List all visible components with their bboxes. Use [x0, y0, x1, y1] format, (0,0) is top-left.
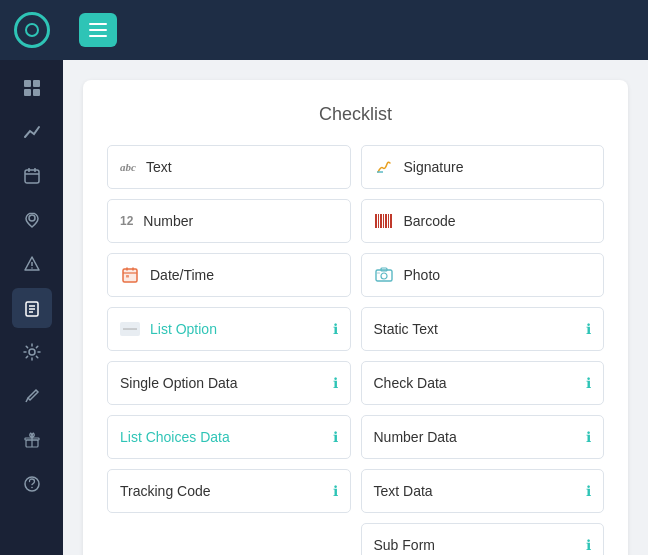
item-text-data-label: Text Data: [374, 483, 581, 499]
item-datetime-label: Date/Time: [150, 267, 338, 283]
item-list-option[interactable]: List Option ℹ: [107, 307, 351, 351]
logo-icon: [14, 12, 50, 48]
tracking-code-info-icon[interactable]: ℹ: [333, 483, 338, 499]
sidebar-item-gift[interactable]: [12, 420, 52, 460]
svg-rect-39: [377, 272, 380, 274]
checklist-card: Checklist abc Text Signature 12 Number: [83, 80, 628, 555]
svg-point-10: [31, 267, 33, 269]
svg-rect-0: [24, 80, 31, 87]
item-sub-form[interactable]: Sub Form ℹ: [361, 523, 605, 555]
sub-form-info-icon[interactable]: ℹ: [586, 537, 591, 553]
list-option-info-icon[interactable]: ℹ: [333, 321, 338, 337]
sidebar-item-calendar[interactable]: [12, 156, 52, 196]
item-barcode[interactable]: Barcode: [361, 199, 605, 243]
text-data-info-icon[interactable]: ℹ: [586, 483, 591, 499]
item-number-data[interactable]: Number Data ℹ: [361, 415, 605, 459]
svg-rect-2: [24, 89, 31, 96]
svg-point-15: [29, 349, 35, 355]
item-number-label: Number: [143, 213, 337, 229]
sidebar-logo: [0, 0, 63, 60]
photo-icon: [374, 265, 394, 285]
item-list-choices-data[interactable]: List Choices Data ℹ: [107, 415, 351, 459]
svg-point-21: [31, 487, 33, 489]
sidebar-item-alert[interactable]: [12, 244, 52, 284]
number-type-icon: 12: [120, 214, 133, 228]
card-title: Checklist: [107, 104, 604, 125]
svg-rect-4: [25, 170, 39, 183]
svg-rect-30: [123, 269, 137, 282]
svg-rect-24: [378, 214, 379, 228]
sidebar-item-tools[interactable]: [12, 376, 52, 416]
sidebar-item-settings[interactable]: [12, 332, 52, 372]
item-signature-label: Signature: [404, 159, 592, 175]
sidebar-item-clipboard[interactable]: [12, 288, 52, 328]
sidebar-item-help[interactable]: [12, 464, 52, 504]
menu-button[interactable]: [79, 13, 117, 47]
item-number-data-label: Number Data: [374, 429, 581, 445]
item-check-data-label: Check Data: [374, 375, 581, 391]
single-option-data-info-icon[interactable]: ℹ: [333, 375, 338, 391]
item-photo[interactable]: Photo: [361, 253, 605, 297]
item-sub-form-label: Sub Form: [374, 537, 581, 553]
item-datetime[interactable]: Date/Time: [107, 253, 351, 297]
static-text-info-icon[interactable]: ℹ: [586, 321, 591, 337]
item-barcode-label: Barcode: [404, 213, 592, 229]
main-area: Checklist abc Text Signature 12 Number: [63, 0, 648, 555]
item-single-option-data[interactable]: Single Option Data ℹ: [107, 361, 351, 405]
number-data-info-icon[interactable]: ℹ: [586, 429, 591, 445]
list-choices-data-info-icon[interactable]: ℹ: [333, 429, 338, 445]
check-data-info-icon[interactable]: ℹ: [586, 375, 591, 391]
sidebar-item-chart[interactable]: [12, 112, 52, 152]
svg-rect-23: [375, 214, 377, 228]
sidebar: [0, 0, 63, 555]
item-tracking-code-label: Tracking Code: [120, 483, 327, 499]
list-option-icon: [120, 319, 140, 339]
svg-rect-28: [388, 214, 389, 228]
sidebar-nav: [12, 60, 52, 555]
item-photo-label: Photo: [404, 267, 592, 283]
svg-rect-1: [33, 80, 40, 87]
barcode-icon: [374, 211, 394, 231]
topbar: [63, 0, 648, 60]
svg-point-8: [29, 215, 35, 221]
item-text-data[interactable]: Text Data ℹ: [361, 469, 605, 513]
svg-rect-29: [390, 214, 392, 228]
signature-icon: [374, 157, 394, 177]
svg-rect-26: [383, 214, 384, 228]
item-text-label: Text: [146, 159, 338, 175]
svg-point-37: [381, 273, 387, 279]
item-number[interactable]: 12 Number: [107, 199, 351, 243]
svg-rect-3: [33, 89, 40, 96]
sidebar-item-grid[interactable]: [12, 68, 52, 108]
svg-rect-35: [126, 275, 129, 278]
item-list-choices-data-label: List Choices Data: [120, 429, 327, 445]
item-static-text-label: Static Text: [374, 321, 581, 337]
svg-rect-27: [385, 214, 387, 228]
item-static-text[interactable]: Static Text ℹ: [361, 307, 605, 351]
item-signature[interactable]: Signature: [361, 145, 605, 189]
item-check-data[interactable]: Check Data ℹ: [361, 361, 605, 405]
item-single-option-data-label: Single Option Data: [120, 375, 327, 391]
item-tracking-code[interactable]: Tracking Code ℹ: [107, 469, 351, 513]
item-text[interactable]: abc Text: [107, 145, 351, 189]
text-type-icon: abc: [120, 161, 136, 173]
content-area: Checklist abc Text Signature 12 Number: [63, 60, 648, 555]
calendar-type-icon: [120, 265, 140, 285]
svg-line-16: [26, 398, 28, 402]
item-list-option-label: List Option: [150, 321, 327, 337]
items-grid: abc Text Signature 12 Number: [107, 145, 604, 555]
sidebar-item-location[interactable]: [12, 200, 52, 240]
svg-rect-25: [380, 214, 382, 228]
